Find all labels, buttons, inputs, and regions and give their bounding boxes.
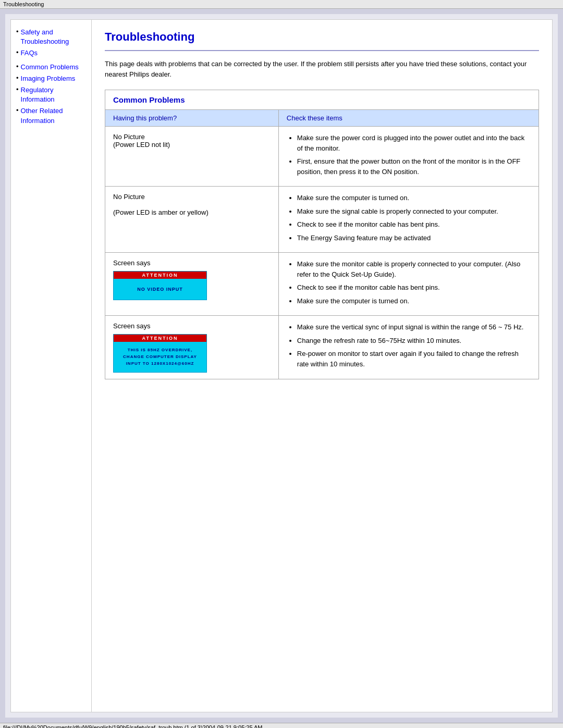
bullet-dot: •	[16, 74, 19, 82]
check-item: Make sure the computer is turned on.	[297, 193, 531, 203]
check-cell-3: Make sure the monitor cable is properly …	[278, 253, 538, 316]
sidebar-link-safety[interactable]: Safety and Troubleshooting	[21, 28, 86, 46]
sidebar-item-regulatory[interactable]: • Regulatory Information	[16, 85, 86, 104]
sidebar-link-imaging[interactable]: Imaging Problems	[21, 74, 76, 83]
divider	[105, 50, 539, 51]
main-container: • Safety and Troubleshooting • FAQs • Co…	[5, 14, 558, 718]
sidebar-item-faqs[interactable]: • FAQs	[16, 48, 86, 58]
check-item: Check to see if the monitor cable has be…	[297, 282, 531, 293]
check-item: Make sure the power cord is plugged into…	[297, 133, 531, 153]
check-item: Change the refresh rate to 56~75Hz withi…	[297, 336, 531, 346]
table-header-row: Having this problem? Check these items	[105, 110, 539, 127]
sidebar-group-1: • Safety and Troubleshooting • FAQs	[16, 28, 86, 58]
check-item: Make sure the monitor cable is properly …	[297, 259, 531, 279]
title-bar: Troubleshooting	[0, 0, 563, 9]
intro-text: This page deals with problems that can b…	[105, 59, 539, 79]
check-item: Make sure the computer is turned on.	[297, 296, 531, 306]
sidebar-link-regulatory[interactable]: Regulatory Information	[21, 85, 86, 104]
table-title-row: Common Problems	[105, 90, 539, 110]
check-item: Re-power on monitor to start over again …	[297, 349, 531, 369]
header-col2: Check these items	[278, 110, 538, 127]
screen-says-label-1: Screen says	[113, 259, 271, 267]
check-item: Check to see if the monitor cable has be…	[297, 219, 531, 230]
sidebar: • Safety and Troubleshooting • FAQs • Co…	[11, 20, 92, 712]
title-bar-text: Troubleshooting	[3, 1, 44, 7]
sidebar-link-faqs[interactable]: FAQs	[21, 48, 38, 58]
attention-box-1: ATTENTION NO VIDEO INPUT	[113, 271, 207, 300]
bullet-dot: •	[16, 28, 19, 35]
problem-cell-4: Screen says ATTENTION THIS IS 85HZ OVERD…	[105, 316, 279, 379]
check-cell-2: Make sure the computer is turned on. Mak…	[278, 187, 538, 253]
problems-table: Common Problems Having this problem? Che…	[105, 90, 539, 379]
table-title: Common Problems	[113, 95, 185, 104]
attention-box-2: ATTENTION THIS IS 85HZ OVERDRIVE,CHANGE …	[113, 334, 207, 373]
attention-header-2: ATTENTION	[114, 335, 206, 342]
sidebar-item-common[interactable]: • Common Problems	[16, 63, 86, 72]
problem-cell-3: Screen says ATTENTION NO VIDEO INPUT	[105, 253, 279, 316]
check-list-2: Make sure the computer is turned on. Mak…	[287, 193, 531, 243]
check-cell-4: Make sure the vertical sync of input sig…	[278, 316, 538, 379]
table-row: No Picture(Power LED not lit) Make sure …	[105, 127, 539, 187]
check-list-4: Make sure the vertical sync of input sig…	[287, 322, 531, 369]
sidebar-link-common[interactable]: Common Problems	[21, 63, 79, 72]
screen-says-label-2: Screen says	[113, 322, 271, 330]
sidebar-group-2: • Common Problems • Imaging Problems • R…	[16, 63, 86, 126]
bullet-dot: •	[16, 48, 19, 56]
bullet-dot: •	[16, 63, 19, 70]
attention-body-1: NO VIDEO INPUT	[114, 279, 206, 300]
attention-body-2: THIS IS 85HZ OVERDRIVE,CHANGE COMPUTER D…	[114, 342, 206, 372]
status-bar-text: file:///D|/My%20Documents/dfu/W9/english…	[3, 724, 263, 728]
table-row: Screen says ATTENTION THIS IS 85HZ OVERD…	[105, 316, 539, 379]
table-title-cell: Common Problems	[105, 90, 539, 110]
check-item: Make sure the vertical sync of input sig…	[297, 322, 531, 332]
problem-cell-2: No Picture(Power LED is amber or yellow)	[105, 187, 279, 253]
attention-header-1: ATTENTION	[114, 272, 206, 279]
content-area: • Safety and Troubleshooting • FAQs • Co…	[10, 19, 553, 712]
header-col1: Having this problem?	[105, 110, 279, 127]
problem-cell-1: No Picture(Power LED not lit)	[105, 127, 279, 187]
bullet-dot: •	[16, 85, 19, 93]
sidebar-item-safety[interactable]: • Safety and Troubleshooting	[16, 28, 86, 46]
sidebar-item-other[interactable]: • Other Related Information	[16, 106, 86, 125]
main-content: Troubleshooting This page deals with pro…	[92, 20, 552, 712]
table-row: Screen says ATTENTION NO VIDEO INPUT Mak…	[105, 253, 539, 316]
check-list-3: Make sure the monitor cable is properly …	[287, 259, 531, 306]
page-title: Troubleshooting	[105, 30, 539, 44]
problem-text-1: No Picture(Power LED not lit)	[113, 133, 170, 149]
status-bar: file:///D|/My%20Documents/dfu/W9/english…	[0, 723, 563, 728]
table-row: No Picture(Power LED is amber or yellow)…	[105, 187, 539, 253]
check-list-1: Make sure the power cord is plugged into…	[287, 133, 531, 177]
bullet-dot: •	[16, 106, 19, 114]
check-item: First, ensure that the power button on t…	[297, 156, 531, 177]
check-cell-1: Make sure the power cord is plugged into…	[278, 127, 538, 187]
problem-text-2: No Picture(Power LED is amber or yellow)	[113, 193, 209, 216]
sidebar-item-imaging[interactable]: • Imaging Problems	[16, 74, 86, 83]
sidebar-link-other[interactable]: Other Related Information	[21, 106, 86, 125]
check-item: The Energy Saving feature may be activat…	[297, 233, 531, 243]
check-item: Make sure the signal cable is properly c…	[297, 206, 531, 217]
